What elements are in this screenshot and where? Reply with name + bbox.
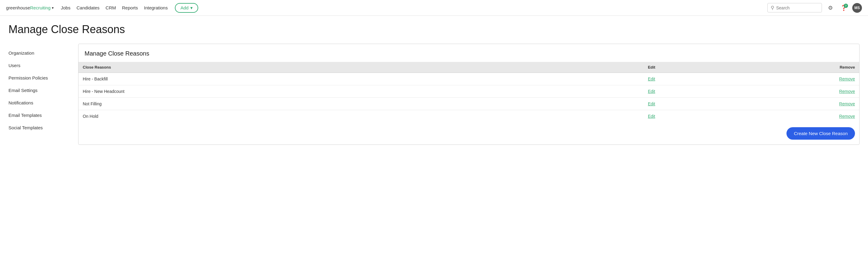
table-row: On Hold Edit Remove [79,110,859,123]
search-box[interactable]: ⚲ [767,3,822,12]
edit-button[interactable]: Edit [648,89,655,94]
edit-cell: Edit [644,110,823,123]
table-header-row: Close Reasons Edit Remove [79,62,859,73]
nav-jobs[interactable]: Jobs [61,5,71,10]
table-row: Hire - Backfill Edit Remove [79,73,859,85]
remove-button[interactable]: Remove [839,77,855,81]
sidebar-item-social-templates[interactable]: Social Templates [0,121,70,134]
remove-cell: Remove [823,73,859,85]
remove-cell: Remove [823,110,859,123]
logo-recruiting: Recruiting [30,5,51,10]
close-reasons-table: Close Reasons Edit Remove Hire - Backfil… [79,62,859,123]
close-reason-name: Hire - Backfill [79,73,644,85]
remove-cell: Remove [823,85,859,98]
topnav-right: ⚲ ⚙ ❓ 7 MS [767,3,862,13]
nav-reports[interactable]: Reports [122,5,138,10]
remove-button[interactable]: Remove [839,114,855,119]
page-title: Manage Close Reasons [8,23,860,36]
edit-button[interactable]: Edit [648,114,655,119]
nav-crm[interactable]: CRM [105,5,116,10]
settings-button[interactable]: ⚙ [826,3,835,13]
add-button[interactable]: Add ▾ [175,3,198,13]
close-reason-name: On Hold [79,110,644,123]
logo-greenhouse: greenhouse [6,5,30,10]
nav-candidates[interactable]: Candidates [76,5,99,10]
logo[interactable]: greenhouse Recruiting ▾ [6,5,54,10]
notification-badge: 7 [844,4,848,8]
sidebar-item-email-templates[interactable]: Email Templates [0,109,70,121]
help-button[interactable]: ❓ 7 [839,3,848,13]
sidebar-item-organization[interactable]: Organization [0,47,70,59]
top-navigation: greenhouse Recruiting ▾ Jobs Candidates … [0,0,868,16]
edit-button[interactable]: Edit [648,101,655,106]
sidebar-item-notifications[interactable]: Notifications [0,97,70,109]
nav-integrations[interactable]: Integrations [144,5,167,10]
content-footer: Create New Close Reason [79,123,859,144]
user-avatar[interactable]: MS [852,3,862,13]
logo-arrow: ▾ [52,6,54,10]
main-layout: Organization Users Permission Policies E… [0,41,868,272]
content-box-title: Manage Close Reasons [79,44,859,62]
remove-cell: Remove [823,98,859,110]
search-input[interactable] [776,5,812,10]
close-reason-name: Hire - New Headcount [79,85,644,98]
page-header: Manage Close Reasons [0,16,868,41]
nav-links: Jobs Candidates CRM Reports Integrations… [61,3,767,13]
search-icon: ⚲ [771,5,774,10]
remove-button[interactable]: Remove [839,89,855,94]
close-reason-name: Not Filling [79,98,644,110]
table-row: Hire - New Headcount Edit Remove [79,85,859,98]
sidebar-item-permission-policies[interactable]: Permission Policies [0,72,70,84]
edit-button[interactable]: Edit [648,77,655,81]
remove-button[interactable]: Remove [839,101,855,106]
table-row: Not Filling Edit Remove [79,98,859,110]
col-header-close-reasons: Close Reasons [79,62,644,73]
sidebar: Organization Users Permission Policies E… [0,41,70,272]
col-header-edit: Edit [644,62,823,73]
edit-cell: Edit [644,73,823,85]
edit-cell: Edit [644,98,823,110]
col-header-remove: Remove [823,62,859,73]
sidebar-item-email-settings[interactable]: Email Settings [0,84,70,97]
content-box: Manage Close Reasons Close Reasons Edit … [78,44,860,145]
edit-cell: Edit [644,85,823,98]
sidebar-item-users[interactable]: Users [0,59,70,72]
create-close-reason-button[interactable]: Create New Close Reason [786,127,855,140]
main-content: Manage Close Reasons Close Reasons Edit … [70,41,868,272]
gear-icon: ⚙ [828,4,833,11]
